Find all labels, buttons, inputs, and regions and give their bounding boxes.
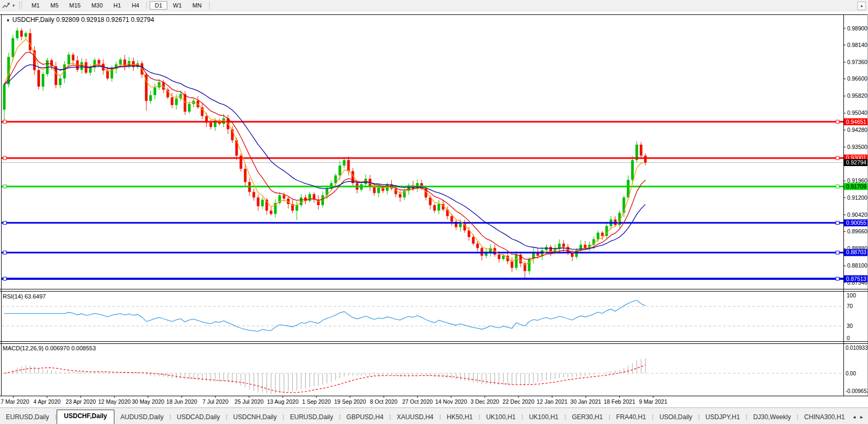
tab-fra40-h1[interactable]: FRA40,H1 <box>610 411 652 424</box>
timeframe-button-h4[interactable]: H4 <box>127 1 144 10</box>
rsi-axis-tick: 0 <box>847 335 850 341</box>
macd-axis-tick: 0.00 <box>846 371 856 376</box>
tab-hk50-h1[interactable]: HK50,H1 <box>441 411 479 424</box>
svg-text:0.90420: 0.90420 <box>847 211 867 218</box>
svg-text:0.96600: 0.96600 <box>847 75 867 82</box>
svg-text:0.98140: 0.98140 <box>847 42 867 48</box>
svg-text:0.87513: 0.87513 <box>846 276 866 282</box>
tab-china300-h1[interactable]: CHINA300,H1 <box>799 411 851 424</box>
rsi-indicator-label: RSI(14) 63.6497 <box>3 293 46 300</box>
timeframe-button-m5[interactable]: M5 <box>45 1 63 10</box>
tab-usdchf-daily[interactable]: USDCHF,Daily <box>57 410 115 424</box>
toolbar-grip[interactable] <box>19 2 22 9</box>
svg-text:0.95820: 0.95820 <box>847 92 867 99</box>
svg-text:7 Jul 2020: 7 Jul 2020 <box>203 398 229 405</box>
level-badge-0.87513: 0.87513 <box>844 276 868 282</box>
timeframe-button-w1[interactable]: W1 <box>168 1 187 10</box>
svg-text:0.89660: 0.89660 <box>847 228 867 234</box>
tab-eurusd-daily-2[interactable]: EURUSD,Daily <box>284 411 339 424</box>
svg-text:9 Mar 2021: 9 Mar 2021 <box>639 398 667 405</box>
svg-text:12 Jan 2021: 12 Jan 2021 <box>537 398 568 405</box>
tab-gbpusd-h4[interactable]: GBPUSD,H4 <box>340 411 389 424</box>
svg-text:0.92794: 0.92794 <box>846 159 866 166</box>
tab-usdcad-daily[interactable]: USDCAD,Daily <box>171 411 226 424</box>
rsi-axis-tick: 100 <box>847 292 856 299</box>
current-price-badge: 0.92794 <box>844 159 868 166</box>
svg-text:0.97360: 0.97360 <box>847 59 867 65</box>
svg-text:19 Sep 2020: 19 Sep 2020 <box>334 398 366 405</box>
svg-text:8 Oct 2020: 8 Oct 2020 <box>370 398 398 405</box>
toolbar-separator <box>146 2 147 9</box>
tab-uk100-h1[interactable]: UK100,H1 <box>480 411 521 424</box>
macd-axis-tick: -0.009653 <box>846 388 868 394</box>
title-marker-icon[interactable]: ▼ <box>6 18 10 23</box>
price-chart: 0.989000.981400.973600.966000.958200.950… <box>0 14 868 407</box>
svg-text:4 Apr 2020: 4 Apr 2020 <box>34 398 61 405</box>
svg-text:25 Jul 2020: 25 Jul 2020 <box>235 398 264 405</box>
svg-text:0.90055: 0.90055 <box>846 219 866 226</box>
svg-text:23 Apr 2020: 23 Apr 2020 <box>66 398 96 405</box>
level-badge-0.94651: 0.94651 <box>844 119 868 125</box>
svg-text:0.94651: 0.94651 <box>846 119 866 125</box>
tab-audusd-daily[interactable]: AUDUSD,Daily <box>114 411 169 424</box>
svg-text:18 Feb 2021: 18 Feb 2021 <box>604 398 636 405</box>
level-badge-0.88703: 0.88703 <box>844 249 868 256</box>
svg-text:30 Jan 2021: 30 Jan 2021 <box>570 398 601 405</box>
svg-text:14 Nov 2020: 14 Nov 2020 <box>435 398 467 405</box>
tab-eurusd-daily[interactable]: EURUSD,Daily <box>0 411 55 424</box>
tab-xauusd-h4[interactable]: XAUUSD,H4 <box>391 411 439 424</box>
line-studies-icon[interactable] <box>2 2 10 10</box>
timeframe-toolbar: ▼ M1 M5 M15 M30 H1 H4 D1 W1 MN ▲ <box>0 0 868 11</box>
timeframe-button-m15[interactable]: M15 <box>65 1 86 10</box>
svg-text:27 Oct 2020: 27 Oct 2020 <box>402 398 432 405</box>
chart-scroll-up-button[interactable]: ▲ <box>857 2 866 10</box>
tab-dj30-weekly[interactable]: DJ30,Weekly <box>747 411 796 424</box>
rsi-axis-tick: 70 <box>847 303 853 309</box>
macd-indicator-label: MACD(12,26,9) 0.006970 0.008553 <box>3 345 96 351</box>
svg-text:3 Dec 2020: 3 Dec 2020 <box>470 398 499 405</box>
chart-tab-bar: EURUSD,Daily| USDCHF,Daily AUDUSD,Daily|… <box>0 407 868 424</box>
macd-axis-tick: 0.010933 <box>846 345 868 351</box>
svg-text:0.94280: 0.94280 <box>847 127 867 133</box>
rsi-axis-tick: 30 <box>847 323 853 329</box>
tab-scroll-right-button[interactable]: ► <box>859 415 864 420</box>
svg-text:0.98900: 0.98900 <box>847 25 867 32</box>
svg-text:17 Mar 2020: 17 Mar 2020 <box>0 398 29 405</box>
svg-text:0.88703: 0.88703 <box>846 249 866 255</box>
svg-text:0.91709: 0.91709 <box>846 183 866 190</box>
svg-text:18 Jun 2020: 18 Jun 2020 <box>166 398 197 405</box>
timeframe-button-h1[interactable]: H1 <box>108 1 126 10</box>
tab-usdcnh-daily[interactable]: USDCNH,Daily <box>227 411 282 424</box>
dropdown-caret-icon[interactable]: ▼ <box>12 4 15 7</box>
chart-window: 0.989000.981400.973600.966000.958200.950… <box>0 14 868 407</box>
svg-text:0.93500: 0.93500 <box>847 144 867 150</box>
svg-text:1 Sep 2020: 1 Sep 2020 <box>302 398 331 405</box>
level-badge-0.91709: 0.91709 <box>844 183 868 190</box>
timeframe-button-m1[interactable]: M1 <box>27 1 44 10</box>
chart-title: ▼USDCHF,Daily 0.92809 0.92918 0.92671 0.… <box>4 16 154 23</box>
svg-text:22 Dec 2020: 22 Dec 2020 <box>502 398 534 405</box>
tab-scroll-controls: ◄ ► <box>846 410 868 424</box>
timeframe-button-mn[interactable]: MN <box>188 1 206 10</box>
level-badge-0.90055: 0.90055 <box>844 219 868 226</box>
tab-usdjpy-h1[interactable]: USDJPY,H1 <box>700 411 746 424</box>
svg-text:0.88100: 0.88100 <box>847 262 867 269</box>
timeframe-button-m30[interactable]: M30 <box>87 1 107 10</box>
svg-text:30 May 2020: 30 May 2020 <box>132 398 165 405</box>
tab-uk100-h1-2[interactable]: UK100,H1 <box>523 411 564 424</box>
toolbar-separator <box>209 2 210 9</box>
svg-text:0.91200: 0.91200 <box>847 194 867 201</box>
svg-text:12 May 2020: 12 May 2020 <box>98 398 131 405</box>
tab-ger30-h1[interactable]: GER30,H1 <box>566 411 609 424</box>
tab-usoil-daily[interactable]: USOil,Daily <box>654 411 698 424</box>
svg-text:0.95040: 0.95040 <box>847 109 867 116</box>
svg-text:13 Aug 2020: 13 Aug 2020 <box>267 398 299 405</box>
tab-scroll-left-button[interactable]: ◄ <box>852 415 856 420</box>
timeframe-button-d1[interactable]: D1 <box>150 1 167 10</box>
